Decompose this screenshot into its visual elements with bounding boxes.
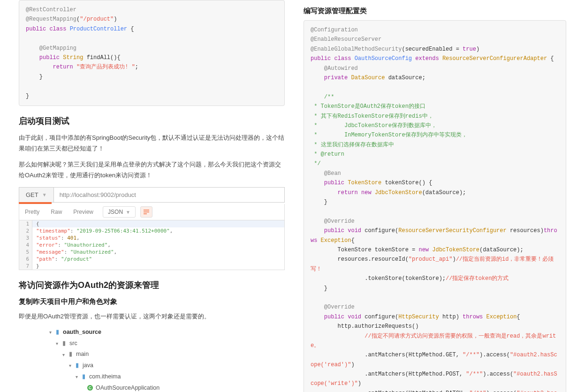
tree-label: java (83, 360, 93, 371)
tree-label: oauth_source (63, 327, 101, 338)
method-name: findAll (87, 54, 110, 61)
left-column: @RestController @RequestMapping("/produc… (19, 0, 285, 392)
tree-label: main (76, 349, 89, 360)
class-name: ProductController (70, 26, 127, 32)
http-method-selector[interactable]: GET ▼ (19, 188, 54, 202)
heading-test: 启动项目测试 (19, 115, 285, 127)
comment: * InMemoryTokenStore保存到内存中等实现类， (311, 132, 467, 138)
line-number: 5 (19, 249, 32, 256)
keyword: public (39, 54, 60, 61)
keyword: new (418, 247, 429, 253)
type: String (63, 54, 83, 61)
tree-row[interactable]: ▾▮java (47, 360, 285, 371)
tree-row[interactable]: ▾▮main (47, 349, 285, 360)
annotation: @RestController (26, 7, 76, 13)
comment: */ (311, 160, 321, 167)
comment: * 这里我们选择保存在数据库中 (311, 142, 394, 148)
annotation: @EnableGlobalMethodSecurity (311, 46, 402, 53)
arg: http (442, 314, 456, 320)
keyword: void (348, 227, 361, 234)
comment: * @return (311, 151, 344, 158)
tab-pretty[interactable]: Pretty (19, 206, 45, 218)
wrap-lines-button[interactable] (140, 206, 152, 218)
http-method-label: GET (26, 191, 38, 198)
code-block-product-controller: @RestController @RequestMapping("/produc… (19, 0, 285, 106)
folder-icon: ▮ (67, 351, 74, 358)
postman-screenshot: GET ▼ http://localhost:9002/product Pret… (19, 187, 285, 270)
keyword: return (338, 189, 358, 196)
keyword: public (26, 26, 46, 32)
wrap-icon (143, 209, 150, 215)
string-literal: "/product" (80, 16, 114, 23)
tree-label: OAuthSourceApplication (96, 383, 160, 392)
folder-icon: ▮ (53, 329, 61, 336)
heading-copy-objects: 复制昨天项目中用户和角色对象 (19, 297, 285, 306)
package-icon: ▮ (80, 374, 87, 380)
postman-request-bar: GET ▼ http://localhost:9002/product (19, 187, 285, 203)
right-column: 编写资源管理配置类 @Configuration @EnableResource… (304, 0, 566, 392)
caret-down-icon: ▾ (60, 350, 67, 359)
json-line: "message": "Unauthorized", (32, 249, 284, 256)
format-label: JSON (108, 209, 123, 215)
paragraph: 那么如何解决呢？第三天我们是采用单点登录的方式解决了这个问题，那么今天我们把这个… (19, 159, 285, 181)
line-number: 7 (19, 263, 32, 270)
comment: //指定保存token的方式 (446, 275, 509, 282)
annotation: @Bean (324, 170, 341, 177)
arg: securedEnabled = (405, 46, 463, 53)
annotation: @Override (324, 218, 355, 225)
json-line: "path": "/product" (32, 256, 284, 263)
method-name: configure (365, 314, 395, 320)
tree-row[interactable]: ▾▮com.itheima (47, 371, 285, 383)
type: Exception (321, 237, 351, 244)
comment: * JdbcTokenStore保存到数据库中， (311, 122, 437, 129)
string-literal: "product_api" (409, 256, 453, 263)
heading-oauth2-resource: 将访问资源作为OAuth2的资源来管理 (19, 279, 285, 291)
url-input[interactable]: http://localhost:9002/product (54, 188, 284, 202)
chevron-down-icon: ▼ (42, 192, 47, 197)
keyword: private (324, 75, 348, 81)
keyword: extends (415, 55, 439, 62)
line-number: 6 (19, 256, 32, 263)
tab-preview[interactable]: Preview (68, 206, 99, 218)
chevron-down-icon: ▼ (126, 210, 130, 215)
keyword: void (348, 314, 361, 320)
type: HttpMethod (409, 352, 442, 358)
active-tab-indicator (19, 202, 52, 204)
tree-row[interactable]: COAuthSourceApplication (47, 383, 285, 392)
type: ResourceServerSecurityConfigurer (398, 227, 506, 234)
keyword: class (334, 55, 351, 62)
tree-row-root[interactable]: ▾▮oauth_source (47, 327, 285, 338)
type: JdbcTokenStore (432, 247, 479, 253)
keyword: new (361, 189, 372, 196)
folder-icon: ▮ (60, 340, 68, 347)
caret-down-icon: ▾ (53, 339, 60, 348)
annotation: @Autowired (324, 65, 358, 72)
json-line: { (32, 220, 284, 227)
paragraph: 即便是用OAuth2管理资源，也一样需要认证，这两个对象还是需要的。 (19, 311, 285, 322)
annotation: @RequestMapping (26, 16, 76, 23)
format-selector[interactable]: JSON ▼ (103, 206, 136, 218)
method-name: configure (365, 227, 395, 234)
json-response: 1{ 2 "timestamp": "2019-09-25T06:43:41.5… (19, 220, 285, 270)
annotation: @GetMapping (39, 45, 76, 52)
json-line: "timestamp": "2019-09-25T06:43:41.512+00… (32, 227, 284, 234)
project-tree: ▾▮oauth_source ▾▮src ▾▮main ▾▮java ▾▮com… (47, 327, 285, 392)
json-line: "error": "Unauthorized", (32, 241, 284, 249)
keyword: throws (463, 314, 483, 320)
keyword: public (324, 227, 344, 234)
class-name: OauthSourceConfig (355, 55, 412, 62)
keyword: return (53, 64, 73, 70)
string-literal: "查询产品列表成功! " (76, 64, 135, 70)
type: DataSource (351, 75, 385, 81)
type: ResourceServerConfigurerAdapter (442, 55, 547, 62)
tab-raw[interactable]: Raw (45, 206, 68, 218)
comment: /** (324, 94, 334, 100)
tree-row[interactable]: ▾▮src (47, 338, 285, 349)
keyword: public (311, 55, 331, 62)
line-number: 2 (19, 227, 32, 234)
tree-label: com.itheima (89, 371, 121, 383)
annotation: @Configuration (311, 27, 358, 33)
folder-icon: ▮ (73, 362, 81, 369)
keyword: public (324, 180, 344, 186)
comment: //指定不同请求方式访问资源所需要的权限，一般查询是read，其余是write。 (311, 333, 556, 349)
